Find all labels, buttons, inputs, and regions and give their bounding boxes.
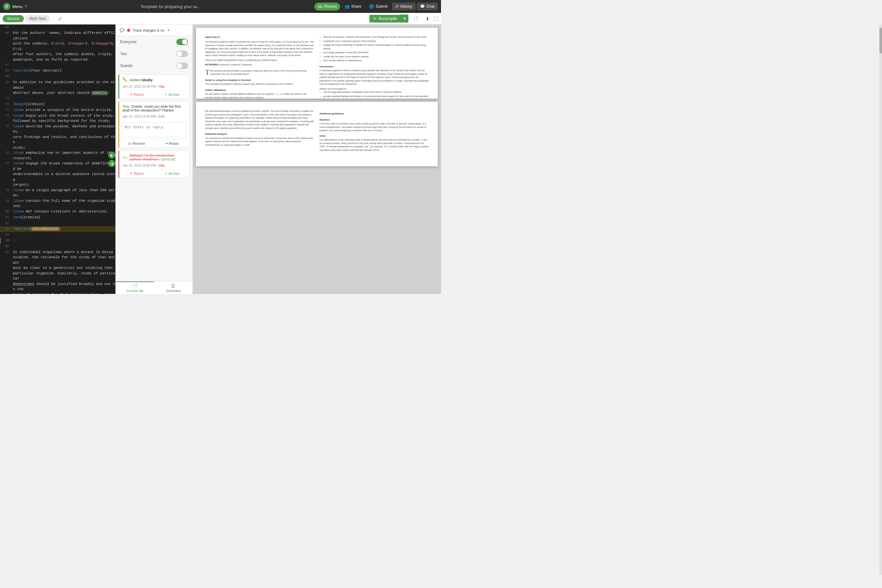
toolbar-icon-btn-1[interactable]: 📄 (410, 15, 421, 22)
recompile-button[interactable]: ↻ Recompile (369, 15, 401, 22)
editor-line: 79 \item contain the full name of the or… (0, 198, 116, 209)
recompile-dropdown-button[interactable]: ▾ (401, 15, 408, 22)
pdf-page-1: ABSTRACT The abstract should be written … (196, 28, 438, 99)
preview-panel: ABSTRACT The abstract should be written … (193, 24, 441, 294)
fullscreen-button[interactable]: ⛶ (434, 16, 438, 21)
pdf-additional-title: Additional guidelines (320, 112, 429, 116)
accept-button-1[interactable]: ✓ Accept (155, 91, 190, 99)
comment-user: You: (123, 105, 130, 108)
toggle-you-switch[interactable] (176, 51, 188, 57)
editor-line: 67 (0, 62, 116, 68)
show-all-link[interactable]: [show all] (162, 158, 176, 161)
expand-button[interactable]: ⤢ (58, 16, 62, 21)
comment-card: You: Charlie, could you write the first … (118, 102, 190, 148)
toggle-everyone-switch[interactable] (176, 39, 188, 45)
resolve-button[interactable]: ⊙ Resolve (119, 140, 155, 148)
change-card-added: ✏️ Added ideally Jan 22, 2019 10:45 PM •… (118, 75, 190, 99)
pdf-guide-title: Guide to using this template in Overleaf (205, 79, 314, 82)
pdf-guide-text: This template is provided to help you pr… (205, 82, 314, 86)
submit-button[interactable]: 🌐 Submit (366, 3, 391, 10)
track-changes-dropdown[interactable]: ▾ (168, 28, 169, 32)
pdf-numbers-title: Numbers (320, 118, 429, 122)
pdf-right-bullets: describe the purpose, methods and proced… (320, 36, 429, 63)
pdf-introduction-title: Introduction (320, 65, 429, 69)
change-type-icon: ✏️ (123, 77, 128, 82)
editor-line: 87 In individual organisms where a mutan… (0, 249, 116, 294)
pdf-abstract-note: Please see additional guidelines notes o… (205, 58, 314, 62)
editor-nav-arrows: ▶ ◀ (108, 152, 116, 167)
submit-icon: 🌐 (369, 4, 374, 9)
pdf-introduction-text: In individual organisms where a mutant i… (320, 69, 429, 86)
comment-edit-link[interactable]: Edit (159, 115, 164, 118)
editor-content[interactable]: 65 66 For the authors' names, indicate d… (0, 24, 116, 294)
editor-line-85: 85 ; (0, 238, 116, 244)
editor-line: 81 \end{itemize} (0, 215, 116, 220)
source-tab[interactable]: Source (3, 15, 24, 22)
toggle-guests: Guests (116, 60, 192, 72)
editor-line: 86 (0, 244, 116, 249)
editor-line: 74 \item begin with the broad context of… (0, 113, 116, 124)
chat-button[interactable]: 💬 Chat (417, 3, 438, 10)
track-changes-title: Track changes is on (133, 28, 164, 32)
reply-button[interactable]: ↩ Reply (155, 140, 190, 148)
change-2-actions: ✕ Reject ✓ Accept (119, 169, 189, 178)
recompile-icon: ↻ (373, 16, 376, 21)
preview-page: ABSTRACT The abstract should be written … (193, 24, 441, 294)
review-icon: Ab (318, 4, 323, 9)
change-actions: ✕ Reject ✓ Accept (119, 90, 189, 99)
toolbar-right: ↻ Recompile ▾ 📄 ⬇ ⛶ (369, 15, 438, 22)
track-scroll-area[interactable]: ✏️ Added ideally Jan 22, 2019 10:45 PM •… (116, 72, 192, 281)
comment-reply-input[interactable] (122, 123, 187, 136)
accept-button-2[interactable]: ✓ Accept (155, 170, 190, 178)
toggle-guests-knob (177, 63, 182, 68)
comment-reply-box (122, 122, 187, 137)
menu-button[interactable]: O Menu ↑ (3, 3, 27, 10)
editor-line: 66 For the authors' names, indicate diff… (0, 30, 116, 62)
overview-icon: ☰ (171, 284, 176, 288)
pdf-abstract-title: ABSTRACT (205, 36, 314, 39)
overleaf-logo: O (3, 3, 10, 10)
pdf-authors-encouraged: Authors are encouraged to: (320, 87, 429, 91)
nav-arrow-right[interactable]: ▶ (108, 152, 116, 159)
toolbar-icon-btn-2[interactable]: ⬇ (423, 15, 432, 22)
history-button[interactable]: ↺ History (392, 3, 415, 10)
toggle-guests-switch[interactable] (176, 63, 188, 69)
header-left: O Menu ↑ (3, 3, 27, 10)
editor-line: 65 (0, 24, 116, 30)
change-word: ideally (141, 78, 153, 82)
change-deleted-label: Deleted (130, 153, 142, 158)
overview-label: Overview (166, 289, 181, 293)
cursor-icon: ↑ (25, 3, 27, 9)
change-2-user: You (159, 164, 164, 167)
richtext-tab[interactable]: Rich Text (25, 15, 50, 22)
share-button[interactable]: 👥 Share (341, 3, 364, 10)
toggle-everyone-label: Everyone (120, 40, 174, 44)
history-icon: ↺ (395, 4, 399, 9)
editor-line: 72 \begin{itemize} (0, 102, 116, 107)
toggle-you-label: You (120, 52, 174, 56)
pdf-page2-body: the experimental analysis could be repea… (205, 110, 314, 130)
change-card-deleted: Ab Deleted For the introduction, authors… (118, 150, 190, 178)
editor-line: 73 \item provide a synopsis of the entir… (0, 107, 116, 113)
change-added-label: Added (130, 78, 141, 82)
pdf-units-text: Use abbreviations of the customary units… (320, 138, 429, 152)
track-changes-icon: 💬 (120, 28, 124, 33)
header-right: Ab Review 👥 Share 🌐 Submit ↺ History 💬 C… (314, 3, 438, 10)
change-meta: Jan 22, 2019 10:45 PM • You (119, 85, 189, 90)
reject-button-1[interactable]: ✕ Reject (119, 91, 155, 99)
toggle-guests-label: Guests (120, 63, 174, 68)
current-file-tab[interactable]: 📄 Current file (116, 281, 154, 294)
track-changes-header: 💬 Track changes is on ▾ (116, 24, 192, 36)
comment-header: You: Charlie, could you write the first … (119, 102, 189, 115)
review-button[interactable]: Ab Review (314, 3, 340, 10)
change-card-2-header: Ab Deleted For the introduction, authors… (119, 151, 189, 164)
pdf-abstract-body: The abstract should be written for peopl… (205, 40, 314, 57)
change-user: You (159, 85, 164, 88)
pdf-affiliations-title: Author Affiliations (205, 88, 314, 92)
menu-label: Menu (12, 4, 23, 9)
reject-button-2[interactable]: ✕ Reject (119, 170, 155, 178)
pdf-affiliations-text: For the authors' names, indicate differe… (205, 93, 314, 99)
nav-arrow-left[interactable]: ◀ (108, 160, 116, 167)
overview-tab[interactable]: ☰ Overview (154, 281, 192, 294)
editor-line: 70 In addition to the guidelines provide… (0, 80, 116, 96)
